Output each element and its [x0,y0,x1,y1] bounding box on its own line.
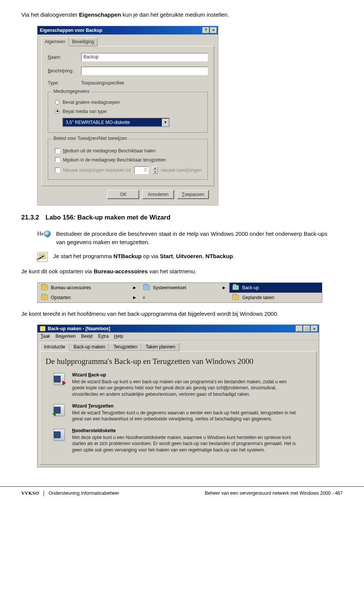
rescue-disk-icon [52,428,67,442]
app-titlebar[interactable]: Back-up maken - [Naamloos] _ □ × [38,325,319,332]
chk-take-from-group[interactable]: Medium uit de mediagroep Beschikbaar hal… [55,148,202,154]
minimize-icon: _ [298,327,300,331]
checkbox-icon [55,168,60,172]
menu-help[interactable]: Help [114,334,124,339]
limit-spin[interactable]: 0 [134,166,149,174]
minimize-button[interactable]: _ [296,326,303,332]
radio-media-type[interactable]: Bevat media van type: [55,109,202,114]
properties-dialog: Eigenschappen voor Backup ? × Algemeen B… [37,26,218,205]
name-label: Naam: [48,55,81,60]
section-heading: 21.3.2Labo 156: Back-up maken met de Wiz… [21,214,343,221]
backup-icon [232,284,239,291]
combo-value: 3,5'' REWRITABLE MO-diskette [63,119,162,126]
backup-app-window: Back-up maken - [Naamloos] _ □ × Taak Be… [37,325,319,467]
chk-return-to-group[interactable]: Medium in de mediagroep Beschikbaar teru… [55,157,202,163]
folder-icon [232,294,239,301]
footer-right: Beheer van een servergestuurd netwerk me… [205,491,343,496]
help-button[interactable]: ? [202,27,209,33]
app-menubar: Taak Bewerken Beeld Extra Help [38,332,319,340]
radio-icon [55,100,60,105]
help-globe-icon: Help [37,230,51,239]
media-type-combo[interactable]: 3,5'' REWRITABLE MO-diskette ▼ [63,118,169,127]
footer-logo: VVKSO [21,491,44,496]
spin-down-icon[interactable]: ▼ [152,170,158,174]
dialog-buttons: OK Annuleren Toepassen [41,186,214,201]
name-input[interactable]: Backup [81,53,208,61]
wizard-backup-icon [52,372,67,386]
apply-button[interactable]: Toepassen [177,190,209,199]
menu-view[interactable]: Beeld [81,334,93,339]
ok-button[interactable]: OK [107,190,139,199]
tab-restore[interactable]: Terugzetten [109,343,141,351]
wizard-restore-item[interactable]: Wizard Terugzetten Met de wizard Terugze… [52,403,312,422]
group-policy-legend: Beleid voor Toewijzen/Niet toewijzen [52,136,129,141]
app-heading: De hulpprogramma's Back-up en Terugzette… [46,357,312,366]
tab-panel-general: Naam: Backup Beschrijving: Type: Toepass… [41,46,214,186]
folder-icon [143,284,150,291]
checkbox-icon [55,148,60,153]
menu-bureau-accessoires[interactable]: Bureau-accessoires ▶ [38,283,140,293]
menu-edit[interactable]: Bewerken [55,334,75,339]
rescue-disk-title: Noodhersteldiskette [72,428,300,433]
dialog-title: Eigenschappen voor Backup [40,28,102,33]
spin-buttons[interactable]: ▲ ▼ [152,166,158,174]
dialog-titlebar[interactable]: Eigenschappen voor Backup ? × [38,26,218,34]
submenu-arrow-icon: ▶ [133,295,136,299]
radio-other-groups[interactable]: Bevat andere mediagroepen [55,100,202,105]
menu-opstarten[interactable]: Opstarten ▶ [38,293,140,303]
menu-backup[interactable]: Back-up [229,283,322,293]
study-paragraph: Bestudeer de procedure die beschreven st… [56,230,337,247]
radio-icon-selected [55,109,60,114]
chevron-double-down-icon: » [141,296,147,298]
tab-backup[interactable]: Back-up maken [69,343,109,351]
app-icon [40,326,46,331]
menu-geplande-taken[interactable]: Geplande taken [229,293,322,303]
start-paragraph: Je start het programma NTBackup op via S… [53,252,235,261]
tab-intro[interactable]: Introductie [40,343,69,351]
wizard-backup-title: Wizard Back-up [72,372,300,378]
tab-security[interactable]: Beveiliging [69,38,97,46]
intro-paragraph: Via het dialoogvenster Eigenschappen kun… [21,11,343,19]
startmenu-strip: Bureau-accessoires ▶ Systeemwerkset ▶ Ba… [37,282,322,303]
wizard-restore-desc: Met de wizard Terugzetten kunt u de gege… [72,410,300,422]
close-button[interactable]: × [210,27,217,33]
tab-plan[interactable]: Taken plannen [141,343,179,351]
submenu-arrow-icon: ▶ [133,285,136,290]
close-button[interactable]: × [311,326,318,332]
desc-label: Beschrijving: [48,68,81,74]
wizard-backup-desc: Met de wizard Back-up kunt u een back-up… [72,379,300,397]
chk-limit-assignments[interactable]: Nieuwe toewijzingen beperken tot 0 ▲ ▼ n… [55,166,202,174]
type-label: Type: [48,80,81,86]
checkbox-icon [55,157,60,162]
menu-expand[interactable]: » [140,293,229,303]
folder-icon [41,294,48,301]
close-icon: × [212,28,215,32]
task-icon [37,252,48,262]
menu-systeemwerkset[interactable]: Systeemwerkset ▶ [140,283,229,293]
main-paragraph: Je komt terecht in het hoofdmenu van het… [21,310,343,318]
wizard-restore-title: Wizard Terugzetten [72,403,300,409]
cancel-button[interactable]: Annuleren [142,190,174,199]
rescue-disk-desc: Met deze optie kunt u een Noodhersteldis… [72,434,300,453]
group-media: Mediumgegevens Bevat andere mediagroepen… [48,92,208,133]
footer-left: Ondersteuning Informaticabeheer [49,491,119,496]
question-icon: ? [205,28,207,32]
tab-strip: Algemeen Beveiliging [41,38,214,46]
chevron-down-icon[interactable]: ▼ [162,119,169,126]
app-tabstrip: Introductie Back-up maken Terugzetten Ta… [38,340,319,351]
tab-general[interactable]: Algemeen [41,38,69,46]
group-media-legend: Mediumgegevens [52,89,91,94]
bureau-paragraph: Je kunt dit ook opstarten via Bureau-acc… [21,267,343,276]
wizard-restore-icon [52,403,67,417]
wizard-backup-item[interactable]: Wizard Back-up Met de wizard Back-up kun… [52,372,312,397]
rescue-disk-item[interactable]: Noodhersteldiskette Met deze optie kunt … [52,428,312,453]
close-icon: × [313,327,315,331]
desc-input[interactable] [81,67,208,75]
folder-icon [41,284,48,291]
group-policy: Beleid voor Toewijzen/Niet toewijzen Med… [48,139,208,180]
spin-up-icon[interactable]: ▲ [152,166,158,170]
menu-extra[interactable]: Extra [98,334,108,339]
maximize-button[interactable]: □ [303,326,310,332]
menu-task[interactable]: Taak [41,334,50,339]
type-value: Toepassingsspecifiek [81,80,124,86]
